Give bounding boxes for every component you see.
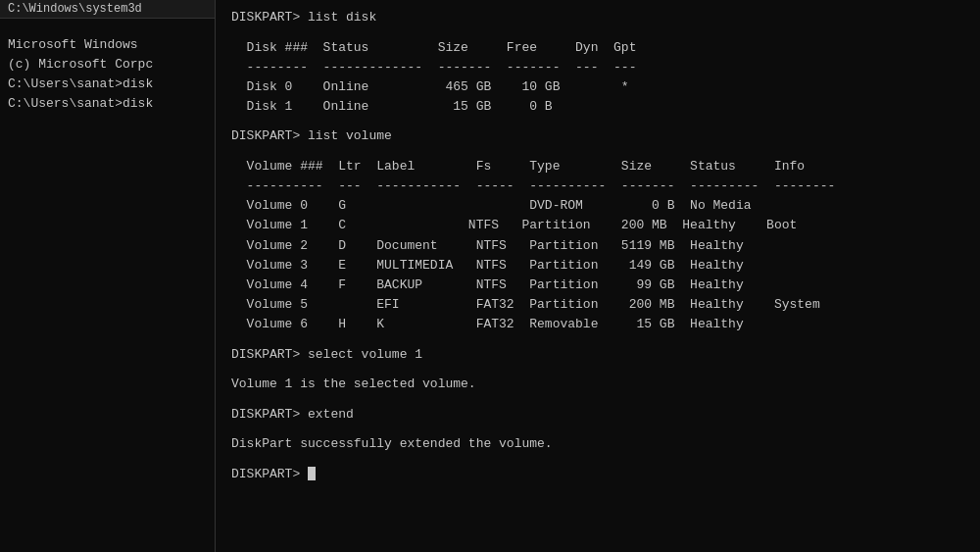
left-panel: Microsoft Windows (c) Microsoft Corpc C:… [0, 27, 216, 123]
terminal-line-7: DISKPART> list volume [231, 126, 964, 146]
terminal-line-9: Volume ### Ltr Label Fs Type Size Status… [231, 157, 964, 176]
main-content: DISKPART> list disk Disk ### Status Size… [216, 0, 980, 552]
terminal-line-25: DiskPart successfully extended the volum… [231, 434, 964, 454]
terminal-line-18 [231, 334, 964, 344]
terminal-line-10: ---------- --- ----------- ----- -------… [231, 176, 964, 196]
terminal-line-0: DISKPART> list disk [231, 8, 964, 27]
terminal-line-17: Volume 6 H K FAT32 Removable 15 GB Healt… [231, 315, 964, 334]
terminal-line-24 [231, 425, 964, 434]
terminal-line-26 [231, 454, 964, 464]
terminal-line-20 [231, 365, 964, 375]
terminal-line-3: -------- ------------- ------- ------- -… [231, 58, 964, 77]
title-bar: C:\Windows\system3d [0, 0, 216, 19]
terminal-line-4: Disk 0 Online 465 GB 10 GB * [231, 77, 964, 97]
terminal-line-14: Volume 3 E MULTIMEDIA NTFS Partition 149… [231, 256, 964, 276]
terminal-line-21: Volume 1 is the selected volume. [231, 375, 964, 394]
left-line-2: (c) Microsoft Corpc [0, 55, 216, 75]
terminal-line-11: Volume 0 G DVD-ROM 0 B No Media [231, 196, 964, 216]
terminal-line-12: Volume 1 C NTFS Partition 200 MB Healthy… [231, 216, 964, 235]
terminal-line-22 [231, 394, 964, 404]
terminal-window: C:\Windows\system3d Microsoft Windows (c… [0, 0, 980, 552]
left-line-6: C:\Users\sanat>disk [0, 94, 216, 114]
terminal-line-13: Volume 2 D Document NTFS Partition 5119 … [231, 236, 964, 256]
terminal-line-1 [231, 27, 964, 37]
terminal-line-8 [231, 147, 964, 157]
terminal-line-23: DISKPART> extend [231, 405, 964, 425]
terminal-line-16: Volume 5 EFI FAT32 Partition 200 MB Heal… [231, 295, 964, 315]
title-text: C:\Windows\system3d [8, 2, 142, 16]
terminal-line-27: DISKPART> [231, 465, 964, 484]
terminal-line-5: Disk 1 Online 15 GB 0 B [231, 97, 964, 117]
terminal-line-6 [231, 117, 964, 126]
left-line-1: Microsoft Windows [0, 35, 216, 55]
terminal-line-15: Volume 4 F BACKUP NTFS Partition 99 GB H… [231, 276, 964, 295]
terminal-line-19: DISKPART> select volume 1 [231, 345, 964, 365]
left-line-4: C:\Users\sanat>disk [0, 75, 216, 94]
cursor [308, 467, 316, 480]
terminal-line-2: Disk ### Status Size Free Dyn Gpt [231, 38, 964, 58]
